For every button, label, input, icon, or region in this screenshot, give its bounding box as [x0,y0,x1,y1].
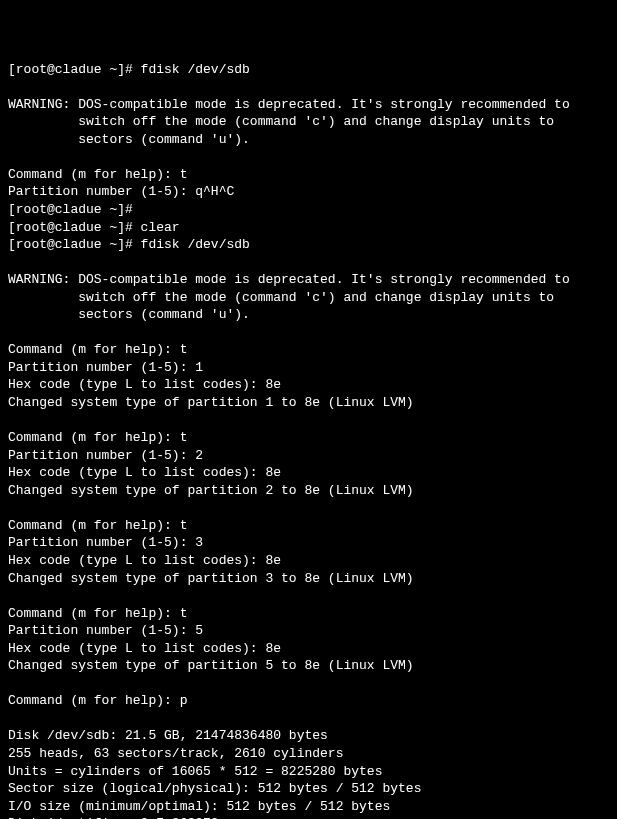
terminal-line: Command (m for help): t [8,166,609,184]
terminal-line [8,587,609,605]
terminal-line: Command (m for help): p [8,692,609,710]
terminal-line: switch off the mode (command 'c') and ch… [8,113,609,131]
terminal-line [8,412,609,430]
terminal-line: 255 heads, 63 sectors/track, 2610 cylind… [8,745,609,763]
terminal-line: sectors (command 'u'). [8,131,609,149]
terminal-line [8,710,609,728]
terminal-line: Partition number (1-5): 1 [8,359,609,377]
terminal-line: I/O size (minimum/optimal): 512 bytes / … [8,798,609,816]
terminal-line [8,675,609,693]
terminal-line: Partition number (1-5): 2 [8,447,609,465]
terminal-line [8,324,609,342]
terminal-line: Changed system type of partition 3 to 8e… [8,570,609,588]
terminal-line: Partition number (1-5): 5 [8,622,609,640]
terminal-line: Hex code (type L to list codes): 8e [8,552,609,570]
terminal-line: Hex code (type L to list codes): 8e [8,640,609,658]
terminal-line: Sector size (logical/physical): 512 byte… [8,780,609,798]
terminal-line: Changed system type of partition 1 to 8e… [8,394,609,412]
terminal-line: WARNING: DOS-compatible mode is deprecat… [8,96,609,114]
terminal-line: Partition number (1-5): 3 [8,534,609,552]
terminal-line: WARNING: DOS-compatible mode is deprecat… [8,271,609,289]
terminal-line [8,499,609,517]
terminal-line: switch off the mode (command 'c') and ch… [8,289,609,307]
terminal-line [8,148,609,166]
terminal-line: Command (m for help): t [8,429,609,447]
terminal-line: Hex code (type L to list codes): 8e [8,376,609,394]
terminal-line: [root@cladue ~]# fdisk /dev/sdb [8,236,609,254]
terminal-line: Command (m for help): t [8,517,609,535]
terminal-line: Units = cylinders of 16065 * 512 = 82252… [8,763,609,781]
terminal-line: Changed system type of partition 2 to 8e… [8,482,609,500]
terminal-line: sectors (command 'u'). [8,306,609,324]
terminal-output: [root@cladue ~]# fdisk /dev/sdb WARNING:… [8,61,609,819]
terminal-line: Command (m for help): t [8,341,609,359]
terminal-line: Disk identifier: 0x7c863972 [8,815,609,819]
terminal-line: Partition number (1-5): q^H^C [8,183,609,201]
terminal-line: Disk /dev/sdb: 21.5 GB, 21474836480 byte… [8,727,609,745]
terminal-line: [root@cladue ~]# fdisk /dev/sdb [8,61,609,79]
terminal-line [8,254,609,272]
terminal-line: Changed system type of partition 5 to 8e… [8,657,609,675]
terminal-line: Command (m for help): t [8,605,609,623]
terminal-line: [root@cladue ~]# clear [8,219,609,237]
terminal-line: Hex code (type L to list codes): 8e [8,464,609,482]
terminal-line [8,78,609,96]
terminal-line: [root@cladue ~]# [8,201,609,219]
